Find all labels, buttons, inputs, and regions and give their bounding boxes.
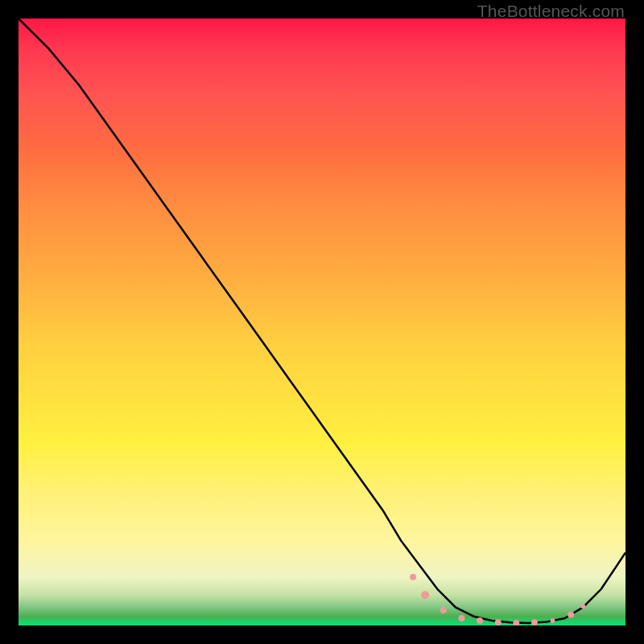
bottleneck-curve <box>19 19 625 623</box>
data-marker <box>551 618 555 623</box>
data-marker <box>440 607 447 613</box>
curve-line-group <box>19 19 625 623</box>
data-marker <box>580 604 585 609</box>
chart-svg <box>19 19 625 625</box>
data-markers <box>410 574 585 625</box>
data-marker <box>568 611 574 617</box>
data-marker <box>495 619 502 625</box>
data-marker <box>531 619 538 625</box>
data-marker <box>421 591 429 599</box>
data-marker <box>410 574 416 580</box>
data-marker <box>513 620 519 625</box>
data-marker <box>477 617 483 624</box>
data-marker <box>458 615 464 621</box>
